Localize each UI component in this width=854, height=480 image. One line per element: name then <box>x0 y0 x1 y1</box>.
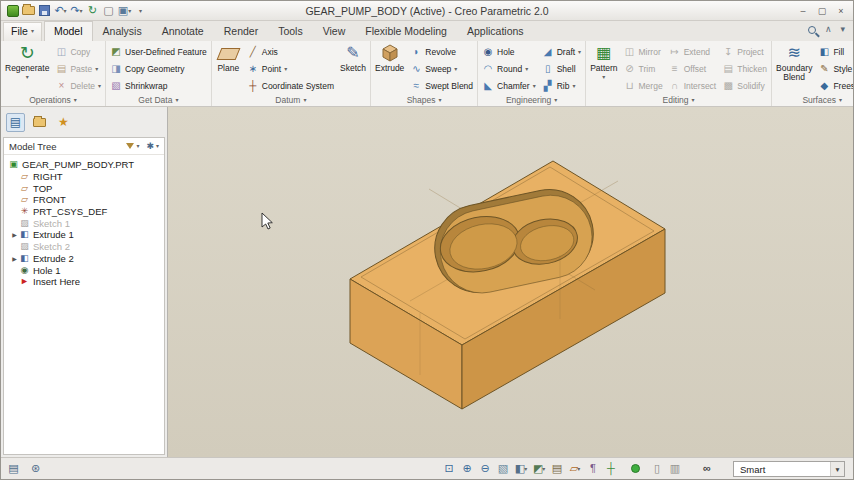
tree-item-hole-1[interactable]: ◉Hole 1 <box>4 264 164 276</box>
tree-item-right[interactable]: ▱RIGHT <box>4 171 164 183</box>
zoom-out-icon[interactable]: ⊖ <box>477 460 493 477</box>
mirror-button[interactable]: ◫Mirror <box>622 43 665 60</box>
model-tree-tab-icon[interactable]: ▤ <box>6 113 25 132</box>
paste-button[interactable]: ▤Paste▾ <box>53 60 103 77</box>
regenerate-button[interactable]: ↻ Regenerate ▾ <box>3 42 51 94</box>
offset-button[interactable]: ≡Offset <box>667 60 719 77</box>
regenerate-quick-button[interactable]: ↻ <box>85 3 100 18</box>
shell-button[interactable]: ▯Shell <box>540 60 583 77</box>
rib-button[interactable]: ▞Rib▾ <box>540 77 583 94</box>
favorites-icon[interactable]: ★ <box>54 113 73 132</box>
view-manager-icon[interactable]: ▤ <box>549 460 565 477</box>
saved-orientations-icon[interactable]: ◩▾ <box>531 460 547 477</box>
save-icon[interactable] <box>37 3 52 18</box>
maximize-button[interactable]: ▢ <box>816 6 828 16</box>
tab-render[interactable]: Render <box>214 21 268 41</box>
axis-button[interactable]: ╱Axis <box>245 43 336 60</box>
tree-show-menu-button[interactable]: ▾ <box>126 143 139 149</box>
tab-model[interactable]: Model <box>44 21 93 41</box>
plane-button[interactable]: Plane <box>214 42 243 94</box>
style-button[interactable]: ✎Style <box>816 60 853 77</box>
merge-button[interactable]: ⊔Merge <box>622 77 665 94</box>
tab-analysis[interactable]: Analysis <box>93 21 152 41</box>
tree-item-extrude-1[interactable]: ▶◧Extrude 1 <box>4 229 164 241</box>
command-search-icon[interactable] <box>808 20 816 38</box>
folder-browser-icon[interactable] <box>30 113 49 132</box>
solidify-button[interactable]: ▩Solidify <box>720 77 769 94</box>
tree-item-prt-csys-def[interactable]: ✳PRT_CSYS_DEF <box>4 206 164 218</box>
copy-geometry-button[interactable]: ◨Copy Geometry <box>108 60 209 77</box>
sketch-button[interactable]: ✎ Sketch <box>338 42 368 94</box>
extend-button[interactable]: ↦Extend <box>667 43 719 60</box>
app-logo-icon[interactable] <box>5 3 20 18</box>
round-button[interactable]: ◠Round▾ <box>480 60 538 77</box>
thicken-button[interactable]: ▤Thicken <box>720 60 769 77</box>
intersect-button[interactable]: ∩Intersect <box>667 77 719 94</box>
draft-button[interactable]: ◢Draft▾ <box>540 43 583 60</box>
repaint-icon[interactable]: ▧ <box>495 460 511 477</box>
shrinkwrap-button[interactable]: ▧Shrinkwrap <box>108 77 209 94</box>
open-folder-icon[interactable] <box>21 3 36 18</box>
boundary-blend-button[interactable]: ≋ Boundary Blend <box>774 42 814 94</box>
project-button[interactable]: ↧Project <box>720 43 769 60</box>
navigator-toggle-icon[interactable]: ▤ <box>5 460 22 477</box>
tree-item-front[interactable]: ▱FRONT <box>4 194 164 206</box>
minimize-ribbon-icon[interactable]: ∧ <box>825 24 832 34</box>
expand-icon[interactable]: ▶ <box>10 231 19 238</box>
selection-filter-combo[interactable]: Smart ▼ <box>733 461 845 477</box>
ribbon-options-icon[interactable]: ▾ <box>840 25 845 34</box>
qat-customize-button[interactable]: ▾ <box>133 3 148 18</box>
clipboard-icon[interactable]: ▥ <box>667 460 683 477</box>
redo-button[interactable]: ↷▾ <box>69 3 84 18</box>
gear-pump-body-model[interactable] <box>350 161 665 409</box>
message-log-icon[interactable]: ▯ <box>649 460 665 477</box>
operations-group-label[interactable]: Operations▾ <box>3 94 103 106</box>
tree-item-gear-pump-body-prt[interactable]: ▣GEAR_PUMP_BODY.PRT <box>4 159 164 171</box>
tab-view[interactable]: View <box>313 21 356 41</box>
engineering-group-label[interactable]: Engineering▾ <box>480 94 583 106</box>
tree-item-top[interactable]: ▱TOP <box>4 182 164 194</box>
tab-flexible-modeling[interactable]: Flexible Modeling <box>355 21 457 41</box>
spin-center-icon[interactable]: ┼ <box>603 460 619 477</box>
point-button[interactable]: ∗Point▾ <box>245 60 336 77</box>
find-icon[interactable]: ∞ <box>699 460 715 477</box>
windows-button[interactable]: ▣▾ <box>117 3 132 18</box>
tab-annotate[interactable]: Annotate <box>152 21 214 41</box>
delete-button[interactable]: ×Delete▾ <box>53 77 103 94</box>
tab-tools[interactable]: Tools <box>268 21 313 41</box>
close-button[interactable]: × <box>835 6 847 16</box>
coordinate-system-button[interactable]: ┼Coordinate System <box>245 77 336 94</box>
tree-item-extrude-2[interactable]: ▶◧Extrude 2 <box>4 253 164 265</box>
sweep-button[interactable]: ∿Sweep▾ <box>408 60 475 77</box>
tab-applications[interactable]: Applications <box>457 21 534 41</box>
datum-group-label[interactable]: Datum▾ <box>214 94 368 106</box>
revolve-button[interactable]: ◗Revolve <box>408 43 475 60</box>
undo-button[interactable]: ↶▾ <box>53 3 68 18</box>
combo-arrow-icon[interactable]: ▼ <box>830 462 844 476</box>
tree-item-sketch-2[interactable]: ▨Sketch 2 <box>4 241 164 253</box>
expand-icon[interactable]: ▶ <box>10 255 19 262</box>
viewport[interactable] <box>168 107 853 457</box>
zoom-in-icon[interactable]: ⊕ <box>459 460 475 477</box>
copy-button[interactable]: ◫Copy <box>53 43 103 60</box>
fill-button[interactable]: ◧Fill <box>816 43 853 60</box>
extrude-button[interactable]: Extrude <box>373 42 406 94</box>
close-window-icon[interactable]: ▢ <box>101 3 116 18</box>
browser-toggle-icon[interactable]: ⊛ <box>27 460 44 477</box>
tree-item-sketch-1[interactable]: ▨Sketch 1 <box>4 217 164 229</box>
freestyle-button[interactable]: ◆Freestyle <box>816 77 853 94</box>
user-defined-feature-button[interactable]: ◩User-Defined Feature <box>108 43 209 60</box>
surfaces-group-label[interactable]: Surfaces▾ <box>774 94 853 106</box>
editing-group-label[interactable]: Editing▾ <box>588 94 769 106</box>
hole-button[interactable]: ◉Hole <box>480 43 538 60</box>
trim-button[interactable]: ⊘Trim <box>622 60 665 77</box>
refit-icon[interactable]: ⊡ <box>441 460 457 477</box>
file-menu-button[interactable]: File ▾ <box>3 22 42 41</box>
swept-blend-button[interactable]: ≈Swept Blend <box>408 77 475 94</box>
tree-settings-menu-button[interactable]: ✱▾ <box>146 141 159 151</box>
display-style-icon[interactable]: ◧▾ <box>513 460 529 477</box>
tree-item-insert-here[interactable]: ►Insert Here <box>4 276 164 288</box>
chamfer-button[interactable]: ◣Chamfer▾ <box>480 77 538 94</box>
shapes-group-label[interactable]: Shapes▾ <box>373 94 475 106</box>
minimize-button[interactable]: – <box>797 6 809 16</box>
